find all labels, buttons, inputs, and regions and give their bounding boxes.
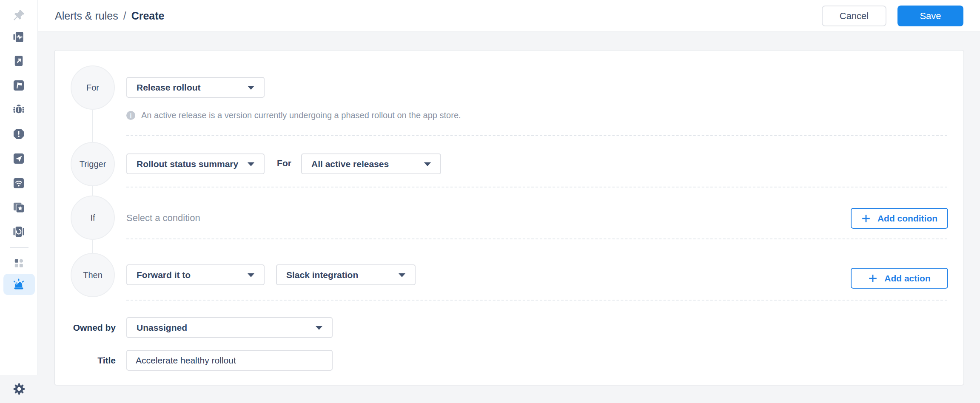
add-action-button[interactable]: Add action [851,268,948,289]
pin-icon[interactable] [10,7,27,24]
step-badge-for-label: For [86,83,99,93]
apps-grid-icon[interactable] [10,255,27,272]
entity-select[interactable]: Release rollout [126,77,265,98]
action-target-select-value: Slack integration [286,270,358,280]
breadcrumb-separator: / [123,10,126,22]
section-divider [126,187,947,187]
plus-icon [868,274,877,283]
action-type-select-value: Forward it to [137,270,191,280]
alerts-icon[interactable] [10,276,27,293]
section-divider [126,135,947,136]
bug-reports-icon[interactable] [10,101,27,118]
chevron-down-icon [399,273,405,277]
save-button[interactable]: Save [897,6,963,26]
trigger-scope-select[interactable]: All active releases [301,153,441,174]
action-target-select[interactable]: Slack integration [276,264,416,285]
app-performance-icon[interactable] [10,28,27,45]
condition-placeholder: Select a condition [126,213,200,224]
step-badge-trigger: Trigger [71,142,115,186]
chevron-down-icon [424,162,431,166]
step-badge-then: Then [71,253,115,297]
crashes-icon[interactable] [10,125,27,142]
plus-icon [861,214,871,223]
trigger-type-select[interactable]: Rollout status summary [126,153,265,174]
section-divider [126,300,947,301]
action-type-select[interactable]: Forward it to [126,264,265,285]
chevron-down-icon [248,273,254,277]
helper-text: An active release is a version currently… [141,111,461,120]
helper-note: An active release is a version currently… [126,111,461,120]
page-title: Create [131,10,165,22]
cancel-button[interactable]: Cancel [822,6,886,26]
settings-gear-icon[interactable] [0,380,38,398]
owned-by-label: Owned by [55,323,116,333]
app-launch-icon[interactable] [10,52,27,69]
owner-select-value: Unassigned [137,323,187,333]
entity-select-value: Release rollout [137,82,201,93]
breadcrumb-parent-link[interactable]: Alerts & rules [55,10,118,22]
releases-icon[interactable] [10,223,27,240]
surveys-icon[interactable] [10,150,27,167]
sidebar [0,0,38,375]
section-divider [126,238,947,239]
breadcrumb: Alerts & rules / Create [55,10,164,22]
page-header: Alerts & rules / Create Cancel Save [38,0,980,32]
app-ratings-icon[interactable] [10,199,27,216]
chevron-down-icon [248,162,254,166]
chevron-down-icon [316,326,322,330]
step-badge-for: For [71,65,115,110]
trigger-scope-select-value: All active releases [311,159,389,169]
title-input[interactable] [126,350,333,371]
trigger-for-label: For [273,158,295,168]
add-action-label: Add action [884,273,931,284]
sidebar-divider [10,247,28,248]
trigger-type-select-value: Rollout status summary [137,159,238,169]
add-condition-button[interactable]: Add condition [851,208,948,229]
step-badge-if: If [71,196,115,240]
rule-builder-card: For Release rollout An active release is… [54,50,964,386]
chevron-down-icon [248,86,254,90]
feature-flags-icon[interactable] [10,77,27,94]
step-badge-then-label: Then [83,270,103,280]
title-label: Title [55,355,116,366]
step-badge-trigger-label: Trigger [80,159,106,169]
info-icon [126,111,135,120]
step-badge-if-label: If [90,213,95,223]
owner-select[interactable]: Unassigned [126,317,333,338]
network-icon[interactable] [10,175,27,192]
add-condition-label: Add condition [877,213,937,224]
